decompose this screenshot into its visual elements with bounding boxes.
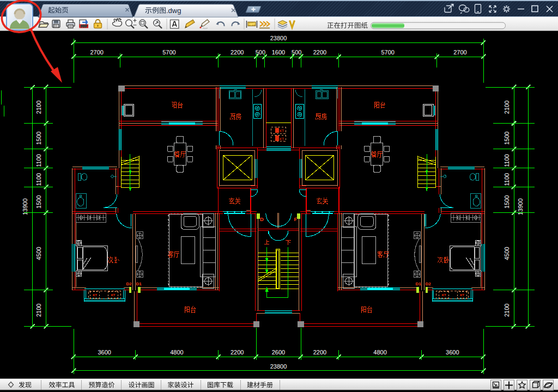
svg-text:D2: D2	[425, 281, 431, 286]
svg-text:5700: 5700	[162, 49, 175, 56]
svg-text:2100: 2100	[35, 101, 42, 114]
svg-text:2100: 2100	[504, 101, 510, 114]
svg-text:KT: KT	[280, 137, 284, 141]
svg-text:500: 500	[292, 49, 301, 56]
svg-text:3600: 3600	[98, 349, 111, 356]
svg-text:4500: 4500	[35, 247, 42, 260]
svg-text:D2: D2	[126, 281, 132, 286]
svg-text:D1: D1	[136, 281, 142, 286]
svg-text:KT: KT	[93, 293, 97, 297]
svg-text:2200: 2200	[313, 49, 326, 56]
svg-text:1500: 1500	[504, 195, 510, 209]
svg-text:500: 500	[256, 49, 265, 56]
svg-text:4500: 4500	[504, 247, 510, 260]
svg-text:D: D	[260, 216, 264, 222]
svg-text:2100: 2100	[35, 304, 42, 317]
svg-text:2600: 2600	[272, 349, 285, 356]
svg-text:KT: KT	[460, 293, 464, 297]
svg-text:1100: 1100	[504, 173, 510, 186]
svg-text:3600: 3600	[446, 349, 459, 356]
svg-text:2200: 2200	[231, 49, 244, 56]
svg-text:23800: 23800	[270, 363, 287, 370]
svg-text:KT: KT	[111, 293, 116, 297]
svg-text:1100: 1100	[504, 154, 510, 167]
svg-text:2100: 2100	[504, 304, 510, 317]
svg-text:1500: 1500	[35, 195, 42, 209]
svg-text:1100: 1100	[35, 173, 42, 186]
svg-text:5700: 5700	[381, 49, 394, 56]
svg-text:2200: 2200	[313, 349, 326, 356]
svg-text:F: F	[294, 216, 298, 222]
svg-text:1600: 1600	[272, 49, 285, 56]
svg-text:D1: D1	[415, 281, 421, 286]
svg-text:2200: 2200	[231, 349, 244, 356]
svg-text:KT: KT	[442, 293, 446, 297]
svg-text:KT: KT	[280, 129, 284, 133]
svg-text:1100: 1100	[35, 154, 42, 167]
svg-text:23800: 23800	[270, 35, 287, 41]
svg-text:4800: 4800	[170, 349, 183, 356]
svg-text:2700: 2700	[453, 49, 466, 56]
svg-text:1500: 1500	[504, 132, 510, 145]
svg-text:4800: 4800	[373, 349, 386, 356]
svg-text:1500: 1500	[35, 132, 42, 145]
